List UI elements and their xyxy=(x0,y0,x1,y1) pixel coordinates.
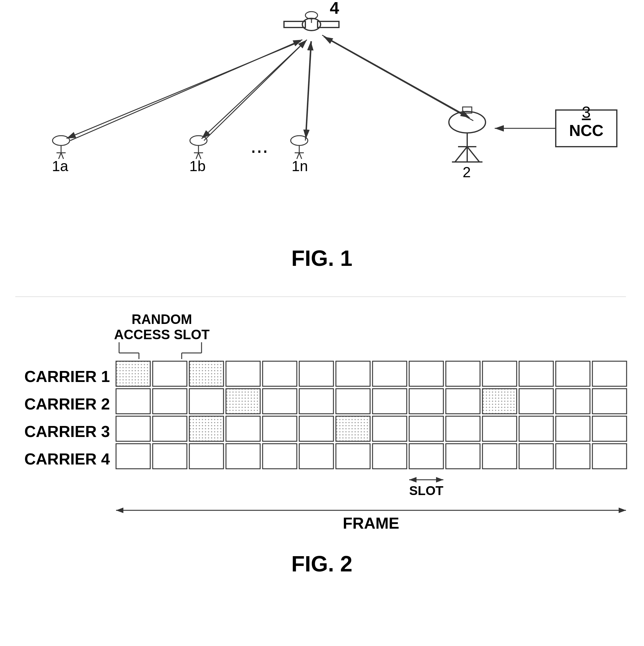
svg-rect-82 xyxy=(409,389,443,414)
svg-rect-117 xyxy=(593,444,627,469)
svg-text:CARRIER 4: CARRIER 4 xyxy=(24,450,110,468)
svg-rect-63 xyxy=(263,361,297,386)
fig2-svg: RANDOM ACCESS SLOT CARRIER 1 xyxy=(0,306,644,642)
svg-line-41 xyxy=(202,41,305,139)
svg-rect-108 xyxy=(263,444,297,469)
svg-rect-89 xyxy=(116,416,150,441)
svg-rect-85 xyxy=(519,389,553,414)
svg-rect-97 xyxy=(409,416,443,441)
svg-rect-75 xyxy=(153,389,187,414)
fig1-svg: 4 1a 1b ... xyxy=(0,0,644,284)
svg-line-28 xyxy=(455,147,467,162)
svg-text:3: 3 xyxy=(582,103,591,121)
svg-rect-94 xyxy=(299,416,334,441)
svg-rect-62 xyxy=(226,361,260,386)
svg-rect-81 xyxy=(373,389,407,414)
svg-line-42 xyxy=(305,41,311,140)
fig2-diagram: RANDOM ACCESS SLOT CARRIER 1 xyxy=(0,306,644,642)
svg-rect-74 xyxy=(116,389,150,414)
svg-rect-96 xyxy=(373,416,407,441)
svg-point-6 xyxy=(52,136,70,145)
svg-rect-99 xyxy=(483,416,517,441)
fig1-diagram: 4 1a 1b ... xyxy=(0,0,644,300)
svg-rect-93 xyxy=(263,416,297,441)
svg-rect-111 xyxy=(373,444,407,469)
svg-rect-100 xyxy=(519,416,553,441)
divider xyxy=(15,296,626,297)
svg-text:1n: 1n xyxy=(292,158,308,174)
svg-rect-101 xyxy=(556,416,590,441)
svg-rect-84 xyxy=(483,389,517,414)
svg-rect-90 xyxy=(153,416,187,441)
svg-rect-95 xyxy=(336,416,370,441)
svg-rect-83 xyxy=(446,389,480,414)
svg-rect-87 xyxy=(593,389,627,414)
svg-text:FRAME: FRAME xyxy=(343,514,399,532)
svg-rect-79 xyxy=(299,389,334,414)
svg-line-45 xyxy=(322,35,470,118)
svg-point-25 xyxy=(449,112,486,133)
svg-text:2: 2 xyxy=(463,164,471,180)
svg-text:CARRIER 2: CARRIER 2 xyxy=(24,395,110,413)
svg-line-39 xyxy=(67,41,301,138)
svg-rect-76 xyxy=(189,389,224,414)
svg-rect-66 xyxy=(373,361,407,386)
svg-rect-115 xyxy=(519,444,553,469)
svg-rect-59 xyxy=(116,361,150,386)
svg-rect-61 xyxy=(189,361,224,386)
svg-rect-72 xyxy=(593,361,627,386)
svg-rect-65 xyxy=(336,361,370,386)
svg-rect-104 xyxy=(116,444,150,469)
svg-rect-98 xyxy=(446,416,480,441)
svg-rect-64 xyxy=(299,361,334,386)
svg-text:4: 4 xyxy=(330,0,339,17)
svg-rect-68 xyxy=(446,361,480,386)
svg-text:1b: 1b xyxy=(189,158,206,174)
svg-text:FIG. 2: FIG. 2 xyxy=(291,552,352,576)
svg-rect-78 xyxy=(263,389,297,414)
svg-text:SLOT: SLOT xyxy=(409,483,443,498)
svg-rect-112 xyxy=(409,444,443,469)
svg-rect-106 xyxy=(189,444,224,469)
svg-rect-114 xyxy=(483,444,517,469)
svg-line-29 xyxy=(467,147,480,162)
svg-text:CARRIER 1: CARRIER 1 xyxy=(24,367,110,385)
svg-rect-116 xyxy=(556,444,590,469)
svg-rect-110 xyxy=(336,444,370,469)
svg-line-44 xyxy=(324,37,473,121)
svg-rect-107 xyxy=(226,444,260,469)
svg-text:RANDOM: RANDOM xyxy=(132,312,192,327)
svg-rect-67 xyxy=(409,361,443,386)
svg-text:1a: 1a xyxy=(52,158,69,174)
svg-text:ACCESS SLOT: ACCESS SLOT xyxy=(114,327,210,342)
svg-rect-71 xyxy=(556,361,590,386)
svg-rect-102 xyxy=(593,416,627,441)
svg-rect-113 xyxy=(446,444,480,469)
svg-rect-92 xyxy=(226,416,260,441)
svg-rect-105 xyxy=(153,444,187,469)
svg-rect-69 xyxy=(483,361,517,386)
svg-text:FIG. 1: FIG. 1 xyxy=(291,246,352,271)
svg-rect-91 xyxy=(189,416,224,441)
svg-rect-109 xyxy=(299,444,334,469)
svg-rect-70 xyxy=(519,361,553,386)
svg-text:...: ... xyxy=(250,133,268,157)
svg-rect-77 xyxy=(226,389,260,414)
svg-text:NCC: NCC xyxy=(569,122,604,139)
svg-line-43 xyxy=(306,41,311,139)
svg-rect-60 xyxy=(153,361,187,386)
svg-rect-86 xyxy=(556,389,590,414)
svg-text:CARRIER 3: CARRIER 3 xyxy=(24,423,110,440)
svg-rect-80 xyxy=(336,389,370,414)
